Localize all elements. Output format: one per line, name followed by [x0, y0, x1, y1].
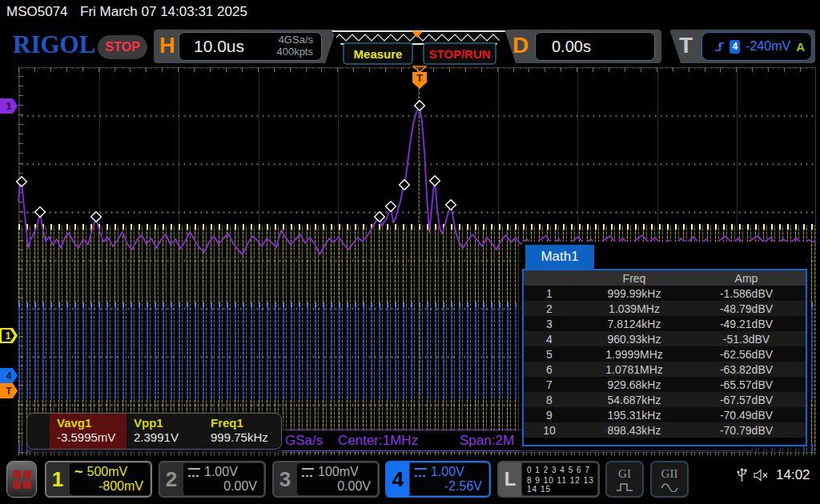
channel3-box[interactable]: 3 100mV 0.00V: [272, 461, 380, 498]
square-wave-icon: [615, 481, 634, 492]
usb-icon: [737, 467, 747, 483]
math-table-row: 10898.43kHz-70.79dBV: [524, 422, 806, 438]
channel2-offset: 0.00V: [188, 479, 257, 494]
channel3-number: 3: [274, 462, 296, 496]
dc-coupling-icon: [415, 468, 427, 477]
channel3-scale: 100mV: [318, 465, 359, 479]
channel2-scale: 1.00V: [204, 465, 238, 479]
trigger-marker-triangle-icon: [412, 66, 427, 73]
math-table-row: 7929.68kHz-65.57dBV: [524, 377, 806, 392]
measurement-panel[interactable]: Vavg1 -3.5995mV Vpp1 2.3991V Freq1 999.7…: [26, 413, 282, 450]
channel4-number: 4: [387, 462, 409, 496]
dc-coupling-icon: [188, 468, 200, 477]
math1-panel-titlebar: Math1: [522, 242, 807, 269]
measurement-vpp1[interactable]: Vpp1 2.3991V: [127, 414, 203, 449]
math-table-row: 61.0781MHz-63.82dBV: [524, 362, 806, 377]
channel2-number: 2: [160, 462, 183, 496]
measurement-value: 999.75kHz: [211, 430, 280, 444]
channel4-box[interactable]: 4 1.00V -2.56V: [385, 461, 491, 498]
column-header-amp: Amp: [693, 272, 799, 285]
column-header-freq: Freq: [575, 272, 693, 285]
math-table-body: 1999.99kHz-1.586dBV21.039MHz-48.79dBV37.…: [524, 286, 806, 438]
channel1-offset: -800mV: [74, 479, 143, 494]
fft-span: Span:2M: [460, 433, 514, 449]
oscilloscope-screen: MSO5074 Fri March 07 14:03:31 2025 RIGOL…: [0, 0, 820, 504]
channel2-box[interactable]: 2 1.00V 0.00V: [159, 461, 266, 498]
math-table-row: 21.039MHz-48.79dBV: [524, 301, 806, 316]
measurement-label: Vavg1: [57, 416, 127, 430]
sine-wave-icon: [660, 481, 679, 492]
math-table-row: 37.8124kHz-49.21dBV: [524, 316, 806, 331]
math1-peak-table: Freq Amp 1999.99kHz-1.586dBV21.039MHz-48…: [522, 269, 807, 446]
generator1-label: GI: [618, 467, 631, 481]
trigger-position-line: [419, 88, 420, 451]
measurement-value: -3.5995mV: [57, 430, 127, 444]
math-table-row: 854.687kHz-67.57dBV: [524, 392, 806, 407]
menu-grid-icon: [13, 470, 31, 489]
math1-level-marker[interactable]: 1: [0, 98, 18, 114]
generator1-button[interactable]: GI: [605, 461, 644, 498]
logic-label: L: [499, 462, 521, 496]
math1-panel[interactable]: Math1 Freq Amp 1999.99kHz-1.586dBV21.039…: [522, 242, 807, 446]
measurement-freq1[interactable]: Freq1 999.75kHz: [203, 414, 280, 449]
main-menu-button[interactable]: [6, 461, 37, 498]
channel1-waveform-tips: [18, 224, 816, 230]
measurement-label: Freq1: [211, 416, 280, 430]
clock: 14:02: [776, 467, 810, 483]
channel4-scale: 1.00V: [431, 465, 464, 479]
fft-sample-rate: GSa/s: [285, 433, 323, 449]
logic-row1: 0 1 2 3 4 5 6 7: [527, 466, 597, 474]
channel1-box[interactable]: 1 ~ 500mV -800mV: [45, 461, 152, 498]
math-table-row: 51.9999MHz-62.56dBV: [524, 346, 806, 362]
ac-coupling-icon: ~: [74, 468, 83, 476]
channel1-number: 1: [46, 462, 69, 496]
trigger-level-marker[interactable]: T: [0, 383, 18, 398]
dc-coupling-icon: [302, 468, 314, 477]
speaker-muted-icon: [754, 469, 770, 482]
math-table-row: 9195.31kHz-70.49dBV: [524, 407, 806, 422]
math-table-row: 1999.99kHz-1.586dBV: [524, 286, 806, 301]
waveform-display[interactable]: T 1 1 4 T GSa/s Center:1MHz Span:2M Vavg…: [0, 0, 820, 504]
generator2-button[interactable]: GII: [650, 461, 689, 498]
math-table-row: 4960.93kHz-51.3dBV: [524, 331, 806, 346]
generator2-label: GII: [661, 467, 678, 481]
channel1-scale: 500mV: [87, 465, 128, 479]
measurement-value: 2.3991V: [134, 430, 203, 444]
channel4-offset: -2.56V: [415, 479, 482, 494]
bottom-bar: 1 ~ 500mV -800mV 2 1.00V 0.00V 3: [0, 456, 820, 504]
math-table-header: Freq Amp: [524, 270, 806, 286]
logic-row2: 8 9 10 11 12 13 14 15: [527, 476, 597, 494]
channel3-offset: 0.00V: [302, 479, 371, 494]
status-area: 14:02: [737, 467, 810, 483]
channel1-level-marker[interactable]: 1: [0, 328, 18, 343]
fft-center-frequency: Center:1MHz: [338, 433, 418, 449]
channel4-level-marker[interactable]: 4: [0, 368, 18, 383]
tab-math1[interactable]: Math1: [525, 245, 594, 269]
measurement-label: Vpp1: [134, 416, 203, 430]
measurement-vavg1[interactable]: Vavg1 -3.5995mV: [50, 414, 127, 449]
logic-channels-box[interactable]: L 0 1 2 3 4 5 6 7 8 9 10 11 12 13 14 15: [497, 461, 600, 498]
